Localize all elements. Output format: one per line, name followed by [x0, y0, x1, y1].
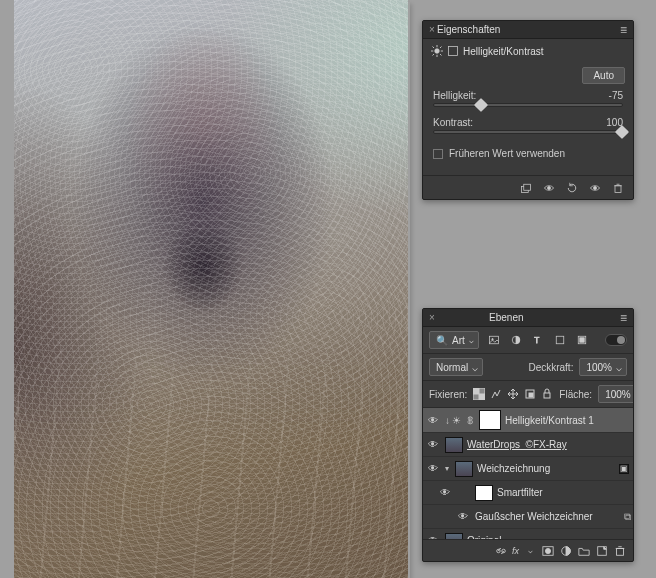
visibility-icon[interactable]: 👁	[425, 439, 441, 450]
svg-rect-11	[523, 184, 530, 190]
adjustment-name: Helligkeit/Kontrast	[463, 46, 544, 57]
lock-all-icon[interactable]	[541, 388, 553, 400]
lock-image-icon[interactable]	[490, 388, 502, 400]
visibility-icon[interactable]: 👁	[425, 463, 441, 474]
svg-text:T: T	[534, 336, 539, 345]
visibility-icon[interactable]: 👁	[437, 487, 453, 498]
blend-mode-select[interactable]: Normal ⌵	[429, 358, 483, 376]
filter-mask-thumb[interactable]	[475, 485, 493, 501]
layer-name[interactable]: WaterDrops_©FX-Ray	[467, 439, 567, 450]
lock-artboard-icon[interactable]	[524, 388, 536, 400]
svg-point-13	[593, 186, 596, 189]
layer-row[interactable]: 👁 ▾ Weichzeichnung ▣	[423, 457, 633, 481]
svg-rect-25	[473, 388, 479, 394]
layer-name[interactable]: Smartfilter	[497, 487, 543, 498]
filter-text-icon[interactable]: T	[531, 333, 545, 347]
adjustment-preset-icon[interactable]	[447, 45, 459, 57]
reset-icon[interactable]	[564, 180, 579, 195]
mask-link-icon[interactable]: 𝟠	[465, 415, 475, 426]
legacy-checkbox-row[interactable]: Früheren Wert verwenden	[423, 142, 633, 165]
layer-row[interactable]: 👁 Original	[423, 529, 633, 539]
filter-image-icon[interactable]	[487, 333, 501, 347]
svg-point-12	[547, 186, 550, 189]
layers-panel-header[interactable]: × Ebenen ≡	[423, 309, 633, 327]
layer-thumb[interactable]	[445, 437, 463, 453]
svg-rect-26	[479, 394, 485, 400]
arrow-down-icon: ↓	[445, 415, 450, 426]
filter-type-icons: T	[487, 333, 589, 347]
contrast-slider[interactable]	[433, 130, 623, 134]
fill-value: 100%	[605, 389, 631, 400]
add-mask-icon[interactable]	[541, 544, 555, 558]
canvas-image	[14, 0, 408, 578]
svg-rect-21	[556, 336, 564, 344]
toggle-visibility-icon[interactable]	[587, 180, 602, 195]
properties-panel: × Eigenschaften ≡ Helligkeit/Kontrast Au…	[422, 20, 634, 200]
trash-icon[interactable]	[613, 544, 627, 558]
chevron-down-icon: ⌵	[616, 362, 622, 373]
brightness-label: Helligkeit:	[433, 90, 476, 101]
layer-name[interactable]: Gaußscher Weichzeichner	[475, 511, 593, 522]
filter-toggle[interactable]	[605, 334, 627, 346]
clip-to-layer-icon[interactable]	[518, 180, 533, 195]
view-previous-icon[interactable]	[541, 180, 556, 195]
adjustment-layer-icon[interactable]	[559, 544, 573, 558]
layers-panel-title: Ebenen	[489, 312, 523, 323]
filter-kind-select[interactable]: 🔍 Art ⌵	[429, 331, 479, 349]
properties-panel-header[interactable]: × Eigenschaften ≡	[423, 21, 633, 39]
lock-fill-row: Fixieren: Fläche: 100% ⌵	[423, 381, 633, 408]
trash-icon[interactable]	[610, 180, 625, 195]
layer-row[interactable]: 👁 Smartfilter	[423, 481, 633, 505]
lock-transparent-icon[interactable]	[473, 388, 485, 400]
svg-rect-14	[615, 185, 621, 192]
contrast-slider-row: Kontrast: 100	[423, 115, 633, 134]
group-icon[interactable]	[577, 544, 591, 558]
layer-mask-thumb[interactable]	[479, 410, 501, 430]
new-layer-icon[interactable]	[595, 544, 609, 558]
fill-select[interactable]: 100% ⌵	[598, 385, 633, 403]
layer-row[interactable]: 👁 Gaußscher Weichzeichner ⧉	[423, 505, 633, 529]
filter-kind-label: Art	[452, 335, 465, 346]
opacity-value: 100%	[586, 362, 612, 373]
brightness-value[interactable]: -75	[609, 90, 623, 101]
layer-name[interactable]: Weichzeichnung	[477, 463, 550, 474]
sun-icon	[431, 45, 443, 57]
layer-name[interactable]: Helligkeit/Kontrast 1	[505, 415, 594, 426]
filter-options-icon[interactable]: ⧉	[624, 511, 629, 523]
contrast-label: Kontrast:	[433, 117, 473, 128]
layer-row[interactable]: 👁 WaterDrops_©FX-Ray	[423, 433, 633, 457]
layer-row[interactable]: 👁 ↓ ☀ 𝟠 Helligkeit/Kontrast 1	[423, 408, 633, 433]
brightness-slider[interactable]	[433, 103, 623, 107]
filter-smart-icon[interactable]	[575, 333, 589, 347]
properties-panel-title: Eigenschaften	[437, 24, 500, 35]
properties-footer	[423, 175, 633, 199]
document-canvas[interactable]	[14, 0, 408, 578]
filter-adjust-icon[interactable]	[509, 333, 523, 347]
filter-shape-icon[interactable]	[553, 333, 567, 347]
chevron-down-icon[interactable]: ⌵	[523, 544, 537, 558]
blend-opacity-row: Normal ⌵ Deckkraft: 100% ⌵	[423, 354, 633, 381]
svg-rect-28	[529, 393, 533, 397]
layers-panel: × Ebenen ≡ 🔍 Art ⌵ T Normal ⌵	[422, 308, 634, 562]
auto-button[interactable]: Auto	[582, 67, 625, 84]
panel-menu-icon[interactable]: ≡	[620, 314, 627, 322]
close-icon[interactable]: ×	[429, 24, 435, 35]
brightness-slider-row: Helligkeit: -75	[423, 88, 633, 107]
fill-label: Fläche:	[559, 389, 592, 400]
visibility-icon[interactable]: 👁	[425, 415, 441, 426]
chevron-down-icon: ⌵	[472, 362, 478, 373]
smart-object-badge-icon: ▣	[619, 464, 629, 474]
panel-menu-icon[interactable]: ≡	[620, 26, 627, 34]
close-icon[interactable]: ×	[429, 312, 435, 323]
link-layers-icon[interactable]	[494, 544, 508, 558]
visibility-icon[interactable]: 👁	[455, 511, 471, 522]
layer-style-icon[interactable]: fx	[512, 546, 519, 556]
svg-rect-36	[617, 548, 624, 555]
layer-thumb[interactable]	[455, 461, 473, 477]
opacity-select[interactable]: 100% ⌵	[579, 358, 627, 376]
lock-position-icon[interactable]	[507, 388, 519, 400]
legacy-checkbox[interactable]	[433, 149, 443, 159]
blend-mode-label: Normal	[436, 362, 468, 373]
opacity-label: Deckkraft:	[528, 362, 573, 373]
disclosure-triangle-icon[interactable]: ▾	[445, 464, 449, 473]
